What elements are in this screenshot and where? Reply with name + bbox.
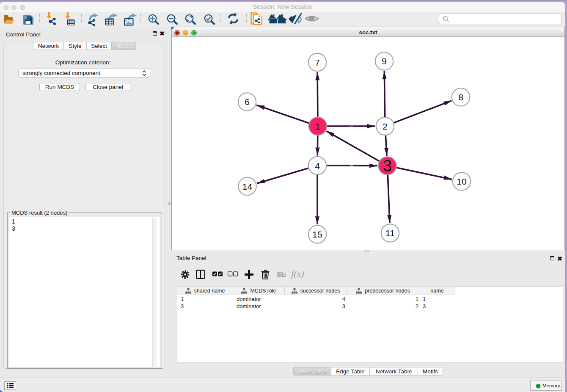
svg-text:4: 4 xyxy=(315,161,320,171)
svg-text:9: 9 xyxy=(382,56,387,66)
svg-text:3: 3 xyxy=(383,157,392,175)
svg-text:8: 8 xyxy=(458,92,463,102)
svg-text:1: 1 xyxy=(315,121,320,131)
svg-text:11: 11 xyxy=(385,228,395,238)
svg-text:7: 7 xyxy=(315,58,320,67)
svg-text:6: 6 xyxy=(245,97,250,107)
svg-text:2: 2 xyxy=(383,121,388,131)
svg-text:15: 15 xyxy=(312,229,322,239)
svg-text:14: 14 xyxy=(242,182,253,191)
svg-text:10: 10 xyxy=(457,177,466,186)
